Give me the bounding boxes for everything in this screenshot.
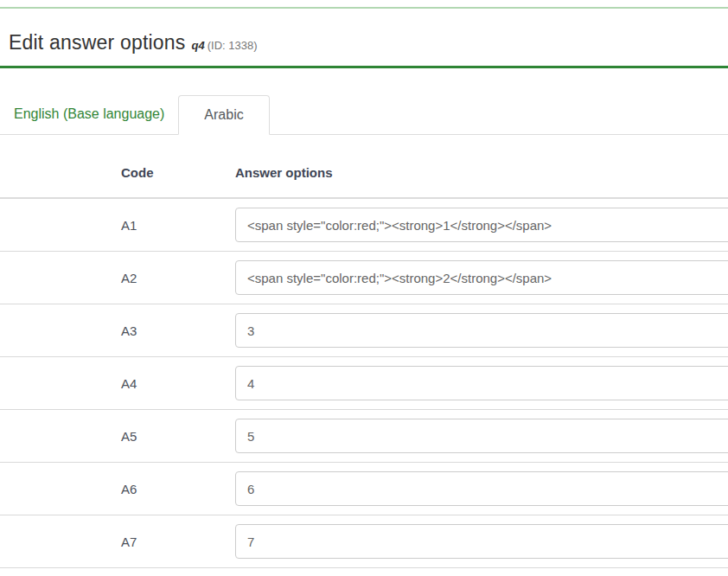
- answer-cell: [235, 419, 728, 453]
- question-id: (ID: 1338): [208, 39, 258, 52]
- answer-code: A7: [121, 534, 235, 549]
- answer-row: A4: [0, 357, 728, 410]
- answer-row: A7: [0, 515, 728, 568]
- answer-code: A5: [121, 429, 235, 444]
- answer-options-column-header: Answer options: [235, 165, 728, 180]
- answer-code: A6: [121, 482, 235, 496]
- table-header-row: Code Answer options: [0, 147, 728, 199]
- answer-row: A6: [0, 463, 728, 515]
- code-column-header: Code: [121, 165, 235, 180]
- answer-cell: [235, 366, 728, 400]
- answer-option-input[interactable]: [235, 366, 728, 400]
- answer-cell: [235, 260, 728, 295]
- top-accent-strip: [0, 0, 728, 9]
- answer-option-input[interactable]: [235, 313, 728, 348]
- answer-code: A2: [121, 271, 235, 285]
- answer-cell: [235, 208, 728, 242]
- page-title: Edit answer options: [9, 31, 186, 54]
- answer-row: A3: [0, 304, 728, 357]
- answer-code: A4: [121, 376, 235, 391]
- language-tabs: English (Base language) Arabic: [0, 94, 728, 135]
- answer-option-input[interactable]: [235, 471, 728, 506]
- question-code: q4: [192, 39, 205, 52]
- answer-cell: [235, 471, 728, 506]
- answer-cell: [235, 313, 728, 348]
- answer-code: A1: [121, 218, 235, 233]
- answer-options-table: Code Answer options A1 A2 A3 A4 A5: [0, 147, 728, 568]
- answer-option-input[interactable]: [235, 419, 728, 453]
- table-body: A1 A2 A3 A4 A5 A6: [0, 199, 728, 568]
- answer-cell: [235, 524, 728, 559]
- tab-english-base-language[interactable]: English (Base language): [0, 94, 178, 134]
- answer-row: A1: [0, 199, 728, 252]
- page-header: Edit answer optionsq4(ID: 1338): [0, 9, 728, 68]
- answer-row: A5: [0, 410, 728, 463]
- answer-row: A2: [0, 252, 728, 304]
- answer-option-input[interactable]: [235, 260, 728, 295]
- answer-option-input[interactable]: [235, 524, 728, 559]
- tab-arabic[interactable]: Arabic: [178, 95, 269, 135]
- answer-code: A3: [121, 323, 235, 338]
- answer-option-input[interactable]: [235, 208, 728, 242]
